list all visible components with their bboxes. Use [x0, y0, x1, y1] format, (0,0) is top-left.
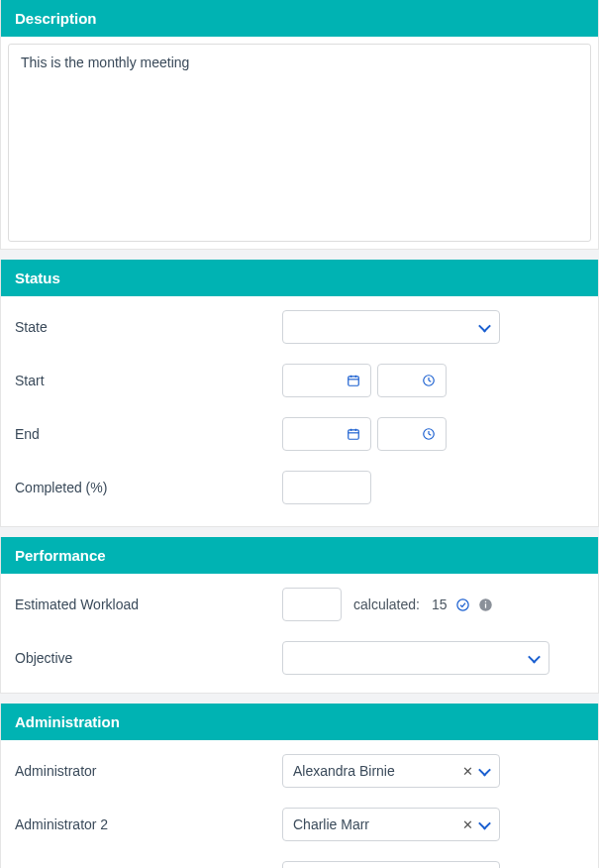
clear-icon[interactable]: ✕ [462, 818, 473, 831]
end-date-input[interactable] [282, 417, 371, 451]
chevron-down-icon [529, 653, 539, 663]
clock-icon [422, 427, 436, 441]
start-time-input[interactable] [377, 364, 447, 397]
description-panel: Description This is the monthly meeting [0, 0, 599, 250]
state-row: State [15, 310, 584, 344]
start-date-input[interactable] [282, 364, 371, 397]
end-row: End [15, 417, 584, 451]
workload-row: Estimated Workload calculated: 15 [15, 588, 584, 621]
calculated-value: 15 [432, 597, 448, 612]
performance-header: Performance [1, 537, 598, 574]
clock-icon [422, 374, 436, 387]
administration-header: Administration [1, 704, 598, 740]
apply-calculated-icon[interactable] [455, 597, 470, 612]
svg-rect-16 [484, 603, 485, 607]
administrator2-label: Administrator 2 [15, 816, 282, 832]
administrator-row: Administrator Alexandra Birnie ✕ [15, 754, 584, 788]
calendar-icon [347, 427, 360, 441]
info-icon[interactable] [478, 597, 493, 612]
performance-panel: Performance Estimated Workload calculate… [0, 537, 599, 694]
objective-select[interactable] [282, 641, 549, 675]
chevron-down-icon [479, 322, 489, 332]
completed-label: Completed (%) [15, 480, 282, 495]
svg-rect-0 [349, 377, 359, 385]
status-panel: Status State Start [0, 260, 599, 527]
administrator2-row: Administrator 2 Charlie Marr ✕ [15, 808, 584, 841]
svg-line-6 [429, 380, 431, 381]
state-label: State [15, 319, 282, 335]
svg-rect-17 [484, 600, 485, 601]
clear-icon[interactable]: ✕ [462, 765, 473, 778]
administrator-value: Alexandra Birnie [293, 763, 395, 779]
description-header: Description [1, 0, 598, 37]
start-label: Start [15, 373, 282, 388]
start-row: Start [15, 364, 584, 397]
supervisor-row: Supervisor Thomas Monson ✕ [15, 861, 584, 868]
administrator2-value: Charlie Marr [293, 816, 369, 832]
workload-input[interactable] [282, 588, 342, 621]
administration-panel: Administration Administrator Alexandra B… [0, 704, 599, 868]
objective-row: Objective [15, 641, 584, 675]
workload-label: Estimated Workload [15, 597, 282, 612]
objective-label: Objective [15, 650, 282, 666]
administrator-label: Administrator [15, 763, 282, 779]
administrator-select[interactable]: Alexandra Birnie ✕ [282, 754, 500, 788]
status-header: Status [1, 260, 598, 296]
supervisor-select[interactable]: Thomas Monson ✕ [282, 861, 500, 868]
chevron-down-icon [479, 766, 489, 776]
end-time-input[interactable] [377, 417, 447, 451]
completed-row: Completed (%) [15, 471, 584, 504]
completed-input[interactable] [282, 471, 371, 504]
description-textarea[interactable]: This is the monthly meeting [8, 44, 591, 242]
svg-rect-7 [349, 430, 359, 439]
end-label: End [15, 426, 282, 442]
svg-line-13 [429, 434, 431, 435]
administrator2-select[interactable]: Charlie Marr ✕ [282, 808, 500, 841]
state-select[interactable] [282, 310, 500, 344]
chevron-down-icon [479, 819, 489, 829]
calendar-icon [347, 374, 360, 387]
svg-point-14 [456, 598, 467, 609]
calculated-label: calculated: [353, 597, 420, 612]
